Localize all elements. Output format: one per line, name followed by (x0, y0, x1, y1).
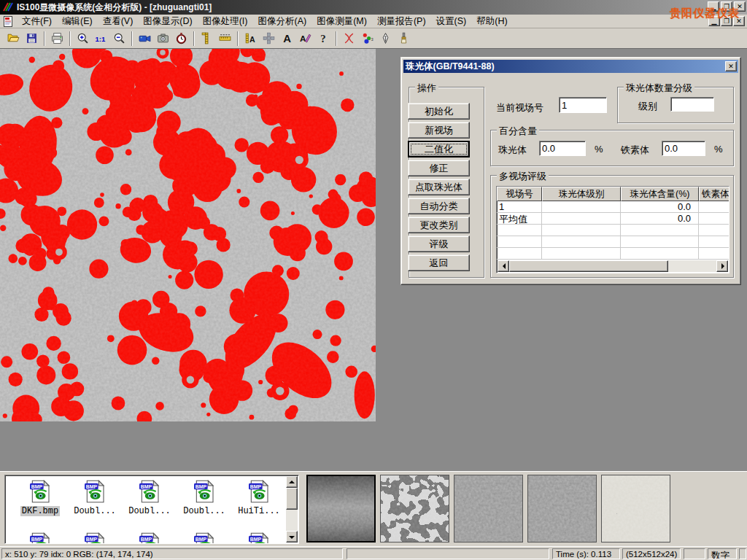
scroll-down-icon[interactable] (286, 531, 298, 542)
curve-tool-icon[interactable] (340, 30, 358, 47)
menu-item-0[interactable]: 文件(F) (17, 14, 57, 29)
help-icon[interactable]: ? (314, 30, 333, 47)
grid-cross-icon[interactable] (260, 30, 278, 47)
document-icon[interactable] (3, 16, 14, 27)
menu-item-8[interactable]: 设置(S) (431, 14, 472, 29)
table-cell (621, 236, 699, 248)
table-col-3[interactable]: 铁素体含量(%) (699, 187, 729, 201)
file-item-row2-4[interactable]: BMP (233, 532, 285, 544)
dialog-title-bar[interactable]: 珠光体(GB/T9441-88) ✕ (403, 60, 738, 73)
count-particles-icon[interactable]: 3 (358, 30, 376, 47)
op-button-5[interactable]: 自动分类 (408, 198, 470, 214)
mdi-minimize-button[interactable]: ▁ (708, 16, 720, 26)
table-row-1[interactable]: 平均值0.0 (497, 213, 729, 225)
mdi-close-button[interactable]: ✕ (733, 16, 745, 26)
table-col-1[interactable]: 珠光体级别 (542, 187, 621, 201)
scroll-up-icon[interactable] (286, 476, 298, 488)
video-camera-icon[interactable] (136, 30, 154, 47)
file-item-row2-0[interactable]: BMP (14, 532, 66, 544)
file-item-2[interactable]: BMPDoubl... (123, 480, 176, 516)
menu-item-7[interactable]: 测量报告(P) (372, 14, 431, 29)
file-item-1[interactable]: BMPDoubl... (69, 480, 121, 516)
caliper-icon[interactable] (198, 30, 216, 47)
timer-icon[interactable] (172, 30, 190, 47)
table-row-4[interactable] (497, 248, 729, 260)
open-icon[interactable] (4, 30, 23, 47)
rating-table[interactable]: 视场号珠光体级别珠光体含量(%)铁素体含量(%) 10.0平均值0.0 (496, 186, 729, 273)
brush-icon[interactable] (395, 30, 413, 47)
table-row-3[interactable] (497, 236, 729, 248)
menu-item-9[interactable]: 帮助(H) (471, 14, 512, 29)
thumbnail-micrograph-2[interactable] (380, 475, 449, 542)
actual-size-icon[interactable]: 1:1 (92, 30, 110, 47)
file-item-row2-3[interactable]: BMP (178, 532, 231, 544)
menu-item-1[interactable]: 编辑(E) (57, 14, 98, 29)
file-item-4[interactable]: BMPHuiTi... (233, 480, 285, 516)
ferrite-percent-input[interactable] (662, 141, 705, 156)
op-button-1[interactable]: 新视场 (408, 122, 470, 139)
print-icon[interactable] (48, 30, 66, 47)
file-list-v-scrollbar[interactable] (286, 476, 298, 542)
table-col-0[interactable]: 视场号 (497, 187, 542, 201)
svg-text:BMP: BMP (250, 537, 262, 542)
table-cell: 0.0 (621, 201, 699, 213)
close-button[interactable]: ✕ (734, 1, 746, 12)
table-row-0[interactable]: 10.0 (497, 201, 729, 213)
file-item-row2-1[interactable]: BMP (69, 532, 121, 544)
op-button-6[interactable]: 更改类别 (408, 217, 470, 233)
op-button-8[interactable]: 返回 (408, 254, 470, 271)
measure-scale-icon[interactable]: A (241, 30, 260, 47)
toolbar: 1:1AAA?3 (0, 28, 747, 49)
table-col-2[interactable]: 珠光体含量(%) (621, 187, 699, 201)
menu-item-6[interactable]: 图像测量(M) (311, 14, 372, 29)
level-input[interactable] (670, 97, 714, 112)
file-scroll-thumb[interactable] (286, 488, 298, 510)
dialog-close-button[interactable]: ✕ (725, 61, 737, 71)
svg-text:BMP: BMP (86, 484, 98, 489)
mdi-restore-button[interactable]: ❐ (721, 16, 732, 26)
thumbnail-micrograph-1[interactable] (306, 475, 376, 542)
text-a-icon[interactable]: A (278, 30, 296, 47)
micrograph-image[interactable] (0, 49, 376, 421)
ruler-icon[interactable] (216, 30, 234, 47)
thumbnail-micrograph-4[interactable] (527, 475, 597, 542)
zoom-in-icon[interactable] (74, 30, 92, 47)
scroll-right-icon[interactable] (716, 260, 728, 272)
menu-item-5[interactable]: 图像分析(A) (252, 14, 311, 29)
status-bar: x: 510 y: 79 idx: 0 RGB: (174, 174, 174)… (0, 546, 747, 560)
thumbnail-micrograph-5[interactable] (601, 475, 670, 542)
title-bar[interactable]: IS100显微摄像系统(金相分析版) - [zhuguangti01] ▁ ❐ … (0, 0, 747, 15)
minimize-button[interactable]: ▁ (708, 1, 719, 12)
file-item-0[interactable]: BMPDKF.bmp (14, 480, 66, 516)
table-h-scrollbar[interactable] (498, 260, 728, 272)
op-button-7[interactable]: 评级 (408, 236, 470, 252)
scroll-left-icon[interactable] (498, 260, 509, 272)
file-list[interactable]: BMPDKF.bmpBMPDoubl...BMPDoubl...BMPDoubl… (4, 475, 299, 544)
current-field-input[interactable] (559, 97, 607, 113)
pearlite-dialog: 珠光体(GB/T9441-88) ✕ 操作 当前视场号 珠光体数量分级 级别 百… (400, 57, 741, 285)
annotate-icon[interactable]: A (296, 30, 314, 47)
save-icon[interactable] (23, 30, 41, 47)
scroll-thumb[interactable] (509, 260, 668, 272)
restore-button[interactable]: ❐ (721, 1, 732, 12)
menu-item-3[interactable]: 图像显示(D) (138, 14, 197, 29)
table-cell (497, 248, 542, 260)
file-item-row2-2[interactable]: BMP (123, 532, 176, 544)
probe-icon[interactable] (376, 30, 395, 47)
op-button-2[interactable]: 二值化 (408, 141, 470, 158)
op-button-3[interactable]: 修正 (408, 160, 470, 176)
op-button-0[interactable]: 初始化 (408, 103, 470, 120)
menu-item-2[interactable]: 查看(V) (98, 14, 139, 29)
zoom-out-icon[interactable] (110, 30, 128, 47)
op-button-4[interactable]: 点取珠光体 (408, 179, 470, 195)
scroll-track[interactable] (668, 260, 716, 272)
mode-status: 数字 (708, 548, 737, 559)
file-item-3[interactable]: BMPDoubl... (178, 480, 231, 516)
thumbnail-micrograph-3[interactable] (454, 475, 523, 542)
table-row-2[interactable] (497, 225, 729, 236)
window-title: IS100显微摄像系统(金相分析版) - [zhuguangti01] (17, 1, 212, 14)
camera-icon[interactable] (154, 30, 172, 47)
toolbar-separator (336, 31, 337, 46)
menu-item-4[interactable]: 图像处理(I) (198, 14, 253, 29)
pearlite-percent-input[interactable] (539, 141, 586, 156)
